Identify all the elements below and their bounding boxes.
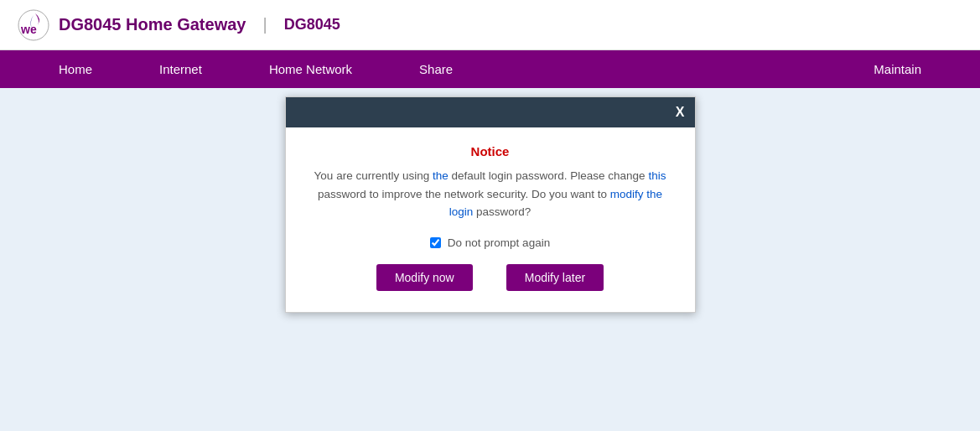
header: we DG8045 Home Gateway | DG8045 bbox=[0, 0, 980, 50]
modify-later-button[interactable]: Modify later bbox=[506, 264, 604, 291]
highlight-this: this bbox=[648, 169, 666, 182]
nav-item-maintain[interactable]: Maintain bbox=[840, 50, 955, 88]
highlight-current: the bbox=[433, 169, 449, 182]
modal-close-button[interactable]: X bbox=[676, 105, 685, 120]
navbar: Home Internet Home Network Share Maintai… bbox=[0, 50, 980, 88]
modal-body: Notice You are currently using the defau… bbox=[286, 127, 695, 312]
do-not-prompt-label: Do not prompt again bbox=[448, 236, 550, 249]
modal-notice-text: You are currently using the default logi… bbox=[311, 167, 670, 221]
notice-modal: X Notice You are currently using the def… bbox=[285, 96, 696, 313]
modal-header: X bbox=[286, 97, 695, 127]
nav-item-internet[interactable]: Internet bbox=[126, 50, 236, 88]
svg-text:we: we bbox=[20, 23, 37, 36]
main-area: Log How do I find the default login pass… bbox=[0, 88, 980, 431]
nav-item-home-network[interactable]: Home Network bbox=[236, 50, 386, 88]
we-logo-icon: we bbox=[17, 8, 50, 42]
do-not-prompt-checkbox[interactable] bbox=[430, 237, 441, 248]
header-title: DG8045 Home Gateway bbox=[59, 15, 246, 34]
modify-now-button[interactable]: Modify now bbox=[376, 264, 473, 291]
modal-checkbox-row: Do not prompt again bbox=[311, 236, 670, 249]
nav-item-share[interactable]: Share bbox=[386, 50, 486, 88]
logo-area: we DG8045 Home Gateway | DG8045 bbox=[17, 8, 340, 42]
header-divider: | bbox=[262, 15, 267, 34]
highlight-modify: modify the login bbox=[449, 188, 662, 219]
modal-overlay: X Notice You are currently using the def… bbox=[0, 88, 980, 431]
nav-item-home[interactable]: Home bbox=[25, 50, 126, 88]
modal-buttons: Modify now Modify later bbox=[311, 264, 670, 291]
header-subtitle: DG8045 bbox=[284, 16, 340, 34]
modal-notice-title: Notice bbox=[311, 144, 670, 158]
